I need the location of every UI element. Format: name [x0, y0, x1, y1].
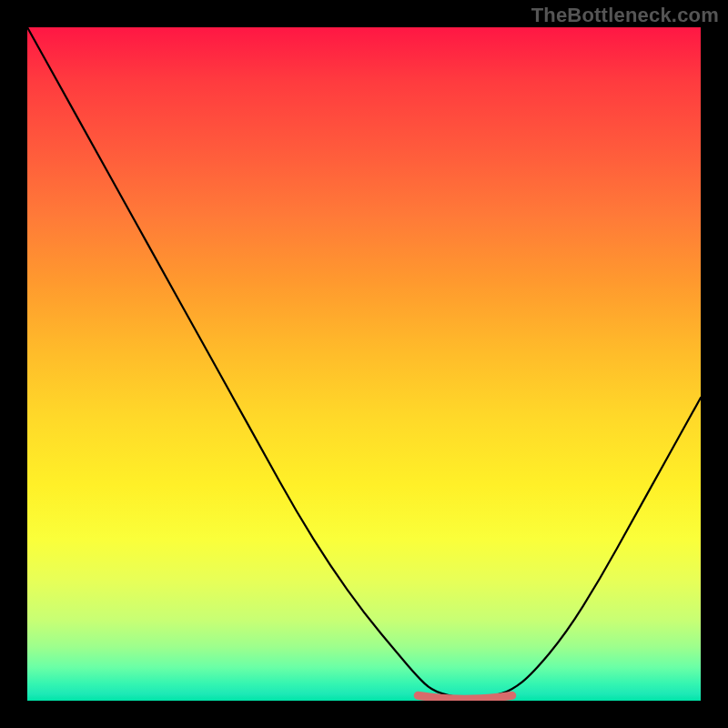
optimal-range-marker — [418, 695, 512, 699]
curve-svg — [27, 27, 701, 701]
chart-frame: TheBottleneck.com — [0, 0, 728, 728]
plot-area — [27, 27, 701, 701]
bottleneck-curve-path — [27, 27, 701, 698]
watermark-text: TheBottleneck.com — [531, 4, 719, 27]
